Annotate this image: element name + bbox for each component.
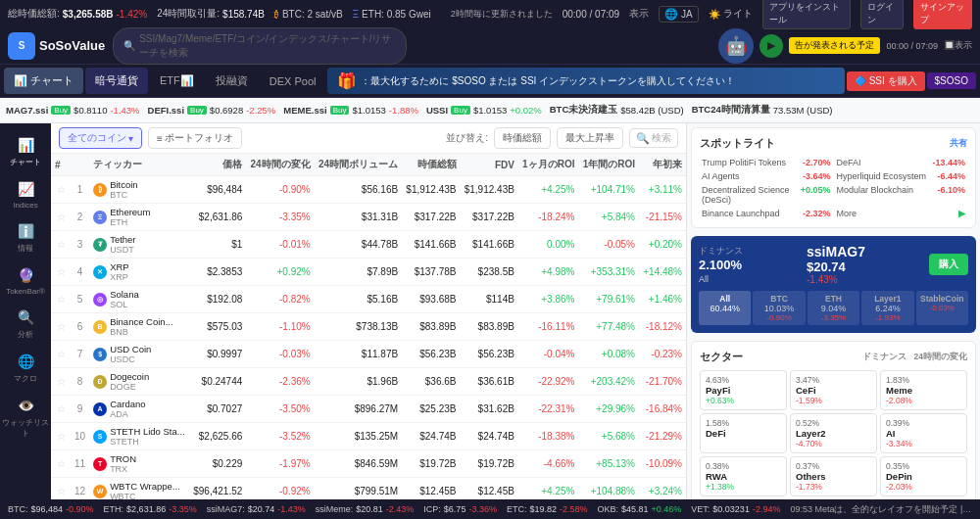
table-row[interactable]: ☆ 3 ₮ Tether USDT $1 -0.01% $44.78B $141… xyxy=(51,231,686,259)
spotlight-item: Hyperliquid Ecosystem-6.44% xyxy=(835,170,968,182)
dominance-item[interactable]: BTC 10.03% -0.90% xyxy=(753,291,805,325)
sector-card[interactable]: 0.37% Others -1.73% xyxy=(790,456,877,496)
ssi-card-buy-button[interactable]: 購入 xyxy=(929,254,968,275)
sector-card[interactable]: 4.63% PayFi +0.63% xyxy=(700,370,787,410)
spotlight-item: AI Agents-3.64% xyxy=(700,170,833,182)
theme-toggle[interactable]: ☀️ ライト xyxy=(709,7,753,21)
table-row[interactable]: ☆ 11 T TRON TRX $0.229 -1.97% $846.59M $… xyxy=(51,450,686,478)
star-cell[interactable]: ☆ xyxy=(51,423,71,450)
table-row[interactable]: ☆ 7 $ USD Coin USDC $0.9997 -0.03% $11.8… xyxy=(51,341,686,368)
star-cell[interactable]: ☆ xyxy=(51,204,71,231)
soso-buy-button[interactable]: $SOSO xyxy=(927,72,976,89)
sector-card[interactable]: 0.35% DePin -2.03% xyxy=(880,456,967,496)
roi-1m-cell: -0.04% xyxy=(518,341,579,368)
nav-tabs: 📊 チャート 暗号通貨 ETF📊 投融資 DEX Pool 🎁 ：最大化するため… xyxy=(0,65,980,98)
sidebar-item-[interactable]: 🔍分析 xyxy=(0,304,51,344)
sector-card[interactable]: 1.83% Meme -2.08% xyxy=(880,370,967,410)
signup-button[interactable]: サインアップ xyxy=(913,0,972,29)
ytd-cell: -16.84% xyxy=(639,396,686,423)
table-row[interactable]: ☆ 5 ◎ Solana SOL $192.08 -0.82% $5.16B $… xyxy=(51,286,686,313)
table-row[interactable]: ☆ 12 W WBTC Wrappe... WBTC $96,421.52 -0… xyxy=(51,478,686,500)
sort-time-cap[interactable]: 時価総額 xyxy=(494,127,551,149)
sidebar-item-indices[interactable]: 📈Indices xyxy=(0,175,51,213)
table-row[interactable]: ☆ 10 S STETH Lido Sta... STETH $2,625.66… xyxy=(51,423,686,450)
star-cell[interactable]: ☆ xyxy=(51,368,71,396)
star-cell[interactable]: ☆ xyxy=(51,259,71,286)
table-row[interactable]: ☆ 1 ₿ Bitcoin BTC $96,484 -0.90% $56.16B… xyxy=(51,176,686,204)
dominance-item[interactable]: All 60.44% xyxy=(699,291,751,325)
star-cell[interactable]: ☆ xyxy=(51,313,71,341)
tab-invest[interactable]: 投融資 xyxy=(206,68,258,94)
mascot-icon: 🤖 xyxy=(718,28,754,64)
star-cell[interactable]: ☆ xyxy=(51,341,71,368)
coin-icon: ₿ xyxy=(93,183,107,197)
price-cell: $192.08 xyxy=(189,286,246,313)
sidebar-item-[interactable]: 🌐マクロ xyxy=(0,348,51,388)
dominance-grid: All 60.44% BTC 10.03% -0.90%ETH 9.04% -3… xyxy=(699,291,968,325)
tab-etf[interactable]: ETF📊 xyxy=(150,69,204,93)
tab-dex[interactable]: DEX Pool xyxy=(260,70,326,93)
portfolio-filter[interactable]: ≡ ポートフォリオ xyxy=(148,127,242,149)
sector-card[interactable]: 0.38% RWA +1.38% xyxy=(700,456,787,496)
price-cell: $2,631.86 xyxy=(189,204,246,231)
sidebar-item-[interactable]: ℹ️情報 xyxy=(0,217,51,258)
market-cap-cell: $137.78B xyxy=(402,259,460,286)
coin-icon: T xyxy=(93,457,107,471)
coin-name-cell: ◎ Solana SOL xyxy=(89,286,189,313)
spotlight-item[interactable]: More▶ xyxy=(835,208,968,219)
star-cell[interactable]: ☆ xyxy=(51,396,71,423)
all-coins-filter[interactable]: 全てのコイン ▾ xyxy=(59,127,142,149)
table-row[interactable]: ☆ 9 A Cardano ADA $0.7027 -3.50% $896.27… xyxy=(51,396,686,423)
star-cell[interactable]: ☆ xyxy=(51,286,71,313)
ssi-buy-button[interactable]: 🔷 SSI を購入 xyxy=(847,71,925,91)
sector-card[interactable]: 0.52% Layer2 -4.70% xyxy=(790,413,877,453)
dominance-item[interactable]: ETH 9.04% -3.35% xyxy=(808,291,859,325)
sector-card[interactable]: 0.39% AI -3.34% xyxy=(880,413,967,453)
vol-24h-cell: $56.16B xyxy=(315,176,402,204)
sidebar-item-[interactable]: 📊チャート xyxy=(0,131,51,171)
vol-24h-cell: $1.96B xyxy=(315,368,402,396)
sort-max-rise[interactable]: 最大上昇率 xyxy=(557,127,623,149)
spotlight-share[interactable]: 共有 xyxy=(950,137,967,150)
install-app-button[interactable]: アプリをインストール xyxy=(762,0,851,29)
sidebar-item-[interactable]: 👁️ウォッチリスト xyxy=(0,392,51,443)
search-filter[interactable]: 🔍 検索 xyxy=(629,128,678,148)
rank-cell: 12 xyxy=(71,478,89,500)
play-button[interactable]: ▶ xyxy=(760,34,783,58)
price-cell: $96,484 xyxy=(189,176,246,204)
sidebar-item-tokenbar[interactable]: 🔮TokenBar® xyxy=(0,261,51,300)
ticker-item: DEFI.ssiBuy$0.6928-2.25% xyxy=(148,105,276,116)
roi-1y-cell: +79.61% xyxy=(578,286,639,313)
table-row[interactable]: ☆ 6 B Binance Coin... BNB $575.03 -1.10%… xyxy=(51,313,686,341)
star-cell[interactable]: ☆ xyxy=(51,478,71,500)
coin-name-cell: ₮ Tether USDT xyxy=(89,231,189,259)
header: S SoSoValue 🔍 SSI/Mag7/Meme/ETF/コイン/インデッ… xyxy=(0,27,980,65)
fdv-cell: $12.45B xyxy=(461,478,518,500)
login-button[interactable]: ログイン xyxy=(860,0,904,29)
vol-24h-cell: $799.51M xyxy=(315,478,402,500)
table-row[interactable]: ☆ 2 Ξ Ethereum ETH $2,631.86 -3.35% $31.… xyxy=(51,204,686,231)
coin-table-container[interactable]: #ティッカー価格24時間の変化24時間ボリューム時価総額FDV1ヶ月のROI1年… xyxy=(51,154,686,499)
lang-selector[interactable]: 🌐 JA xyxy=(659,6,699,23)
search-box[interactable]: 🔍 SSI/Mag7/Meme/ETF/コイン/インデックス/チャート/リサーチ… xyxy=(113,27,407,65)
col-header-3: 価格 xyxy=(189,154,246,176)
logo: S SoSoValue xyxy=(8,32,105,60)
sector-card[interactable]: 1.58% DeFi xyxy=(700,413,787,453)
dominance-item[interactable]: Layer1 6.24% -1.93% xyxy=(861,291,913,325)
star-cell[interactable]: ☆ xyxy=(51,231,71,259)
change-24h-cell: -0.01% xyxy=(246,231,314,259)
display-toggle[interactable]: 表示 xyxy=(629,7,649,21)
tab-crypto[interactable]: 暗号通貨 xyxy=(85,68,148,94)
tab-chart[interactable]: 📊 チャート xyxy=(4,68,83,94)
promo-display[interactable]: 🔲表示 xyxy=(944,39,972,52)
fdv-cell: $1,912.43B xyxy=(461,176,518,204)
vol-24h-cell: $846.59M xyxy=(315,450,402,478)
dominance-item[interactable]: StableCoin -0.03% xyxy=(916,291,968,325)
sector-card[interactable]: 3.47% CeFi -1.59% xyxy=(790,370,877,410)
star-cell[interactable]: ☆ xyxy=(51,450,71,478)
spotlight-section: スポットライト 共有 Trump PolitiFi Tokens-2.70%De… xyxy=(691,127,976,228)
table-row[interactable]: ☆ 8 Ð Dogecoin DOGE $0.24744 -2.36% $1.9… xyxy=(51,368,686,396)
rank-cell: 10 xyxy=(71,423,89,450)
star-cell[interactable]: ☆ xyxy=(51,176,71,204)
table-row[interactable]: ☆ 4 ✕ XRP XRP $2.3853 +0.92% $7.89B $137… xyxy=(51,259,686,286)
